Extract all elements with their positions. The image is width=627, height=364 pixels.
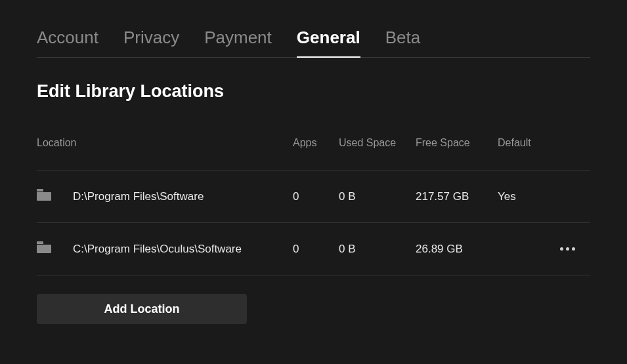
col-header-free-space: Free Space [416,137,498,149]
used-space-value: 0 B [339,243,416,256]
free-space-value: 217.57 GB [416,190,498,203]
col-header-actions [544,137,579,149]
settings-tabs: Account Privacy Payment General Beta [37,0,590,58]
tab-beta[interactable]: Beta [385,28,421,57]
folder-icon [37,241,73,256]
location-path: C:\Program Files\Oculus\Software [73,243,293,256]
free-space-value: 26.89 GB [416,243,498,256]
add-location-button[interactable]: Add Location [37,294,247,324]
tab-account[interactable]: Account [37,28,98,57]
col-header-apps: Apps [293,137,339,149]
table-row: D:\Program Files\Software 0 0 B 217.57 G… [37,171,590,223]
tab-general[interactable]: General [297,28,360,57]
apps-value: 0 [293,243,339,256]
col-header-location: Location [37,137,293,149]
col-header-default: Default [498,137,544,149]
library-locations-table: Location Apps Used Space Free Space Defa… [37,137,590,275]
apps-value: 0 [293,190,339,203]
section-title: Edit Library Locations [37,81,590,102]
used-space-value: 0 B [339,190,416,203]
tab-payment[interactable]: Payment [204,28,272,57]
table-row: C:\Program Files\Oculus\Software 0 0 B 2… [37,223,590,275]
col-header-used-space: Used Space [339,137,416,149]
default-value: Yes [498,190,544,203]
more-options-icon[interactable] [544,247,579,251]
folder-icon [37,189,73,204]
table-header: Location Apps Used Space Free Space Defa… [37,137,590,171]
tab-privacy[interactable]: Privacy [123,28,179,57]
location-path: D:\Program Files\Software [73,190,293,203]
